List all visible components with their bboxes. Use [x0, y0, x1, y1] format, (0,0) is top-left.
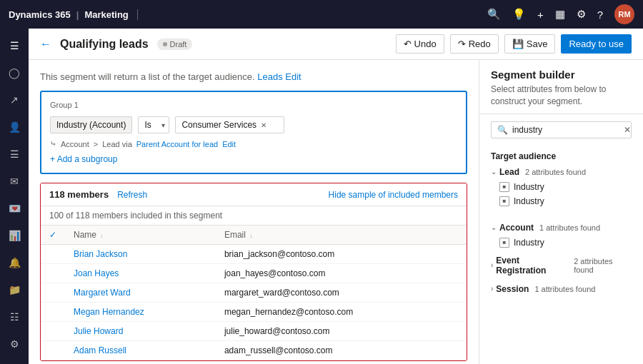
search-clear-icon[interactable]: ✕ [624, 125, 631, 135]
sidebar-contacts-icon[interactable]: 👤 [3, 116, 26, 138]
sidebar-gear-icon[interactable]: ⚙ [3, 333, 26, 355]
sidebar-menu-icon[interactable]: ☰ [3, 34, 26, 57]
settings-icon[interactable]: ⚙ [577, 8, 586, 21]
check-icon: ✓ [49, 230, 56, 240]
session-entity-count: 1 attributes found [534, 285, 595, 293]
back-button[interactable]: ← [40, 38, 51, 51]
lead-industry-attr-1[interactable]: ■ Industry [479, 180, 643, 194]
members-table: ✓ Name ↓ Email ↓ [41, 226, 467, 360]
session-section-header[interactable]: Session 1 attributes found [479, 281, 643, 297]
all-tables-label [479, 211, 643, 220]
row-check [41, 283, 65, 303]
members-header: 118 members Refresh Hide sample of inclu… [41, 183, 467, 206]
account-group: Account 1 attributes found ■ Industry [479, 220, 643, 250]
edit-audience-link[interactable]: Edit [285, 71, 301, 82]
search-box-icon: 🔍 [497, 125, 508, 135]
sidebar-email-icon[interactable]: ✉ [3, 170, 26, 193]
member-email: joan_hayes@contoso.com [216, 264, 467, 283]
sidebar-list-icon[interactable]: ☰ [3, 143, 26, 166]
members-subheader: 100 of 118 members included in this segm… [41, 206, 467, 226]
lead-section-header[interactable]: Lead 2 attributes found [479, 164, 643, 180]
account-entity-count: 1 attributes found [539, 223, 600, 232]
draft-badge: Draft [157, 39, 193, 50]
row-check [41, 341, 65, 360]
member-name[interactable]: Adam Russell [65, 341, 216, 360]
main-area: ← Qualifying leads Draft ↶ Undo ↷ Redo 💾… [29, 29, 643, 364]
sidebar: ☰ ◯ ↗ 👤 ☰ ✉ 💌 📊 🔔 📁 ☷ ⚙ [0, 29, 29, 364]
member-email: adam_russell@contoso.com [216, 341, 467, 360]
event-entity-count: 2 attributes found [574, 257, 632, 274]
session-group: Session 1 attributes found [479, 281, 643, 297]
ready-button[interactable]: Ready to use [561, 34, 632, 54]
name-col-header[interactable]: Name ↓ [65, 226, 216, 245]
member-name[interactable]: Megan Hernandez [65, 303, 216, 322]
email-col-header[interactable]: Email ↓ [216, 226, 467, 245]
attr-icon-1: ■ [499, 182, 509, 192]
right-panel-header: Segment builder Select attributes from b… [479, 60, 643, 114]
refresh-link[interactable]: Refresh [117, 190, 147, 200]
condition-operator-wrap: Is [138, 116, 169, 133]
command-bar: ← Qualifying leads Draft ↶ Undo ↷ Redo 💾… [29, 29, 643, 60]
condition-operator[interactable]: Is [138, 116, 169, 133]
top-nav-icons: 🔍 💡 + ▦ ⚙ ? RM [487, 4, 634, 24]
add-icon[interactable]: + [537, 9, 544, 21]
lead-industry-attr-2[interactable]: ■ Industry [479, 194, 643, 208]
lead-industry-label-2: Industry [514, 196, 544, 206]
account-section-header[interactable]: Account 1 attributes found [479, 220, 643, 236]
event-chevron-icon [491, 261, 493, 269]
cmd-right: ↶ Undo ↷ Redo 💾 Save Ready to use [396, 34, 632, 54]
help-icon[interactable]: ? [597, 9, 603, 21]
group-label: Group 1 [50, 101, 457, 109]
attr-icon-3: ■ [499, 238, 509, 248]
condition-row: Industry (Account) Is Consumer Services … [50, 116, 457, 133]
lead-group: Lead 2 attributes found ■ Industry ■ Ind… [479, 164, 643, 208]
lead-industry-label-1: Industry [514, 182, 544, 192]
save-button[interactable]: 💾 Save [504, 34, 556, 54]
filter-icon[interactable]: ▦ [555, 8, 565, 21]
sidebar-bell-icon[interactable]: 🔔 [3, 251, 26, 274]
sidebar-chart-icon[interactable]: 📊 [3, 224, 26, 247]
lightbulb-icon[interactable]: 💡 [512, 8, 526, 21]
add-subgroup-button[interactable]: + Add a subgroup [50, 154, 457, 164]
sidebar-home-icon[interactable]: ◯ [3, 61, 26, 84]
undo-button[interactable]: ↶ Undo [396, 34, 444, 54]
member-name[interactable]: Julie Howard [65, 322, 216, 341]
account-industry-label: Industry [514, 238, 544, 248]
left-content: This segment will return a list of the t… [29, 60, 479, 364]
account-industry-attr[interactable]: ■ Industry [479, 236, 643, 250]
value-chevron-icon: ✕ [261, 121, 266, 129]
avatar[interactable]: RM [614, 4, 634, 24]
event-section-header[interactable]: Event Registration 2 attributes found [479, 253, 643, 278]
member-name[interactable]: Brian Jackson [65, 245, 216, 264]
table-row: Margaret Ward margaret_ward@contoso.com [41, 283, 467, 303]
brand-name: Dynamics 365 [9, 9, 71, 20]
search-box: 🔍 ✕ [491, 121, 632, 138]
member-name[interactable]: Joan Hayes [65, 264, 216, 283]
table-row: Julie Howard julie_howard@contoso.com [41, 322, 467, 341]
path-edit-link[interactable]: Edit [222, 140, 236, 148]
condition-value[interactable]: Consumer Services ✕ [175, 116, 284, 133]
sidebar-recent-icon[interactable]: ↗ [3, 89, 26, 111]
hide-members-link[interactable]: Hide sample of included members [329, 190, 458, 200]
row-check [41, 303, 65, 322]
search-icon[interactable]: 🔍 [487, 8, 501, 21]
account-entity-name: Account [499, 223, 534, 233]
email-sort-icon: ↓ [249, 232, 253, 239]
row-check [41, 245, 65, 264]
app-layout: ☰ ◯ ↗ 👤 ☰ ✉ 💌 📊 🔔 📁 ☷ ⚙ ← Qualifying lea… [0, 29, 643, 364]
panel-body: Target audience Lead 2 attributes found … [479, 146, 643, 364]
member-name[interactable]: Margaret Ward [65, 283, 216, 303]
redo-button[interactable]: ↷ Redo [450, 34, 499, 54]
name-sort-icon: ↓ [100, 232, 104, 239]
path-parent-link[interactable]: Parent Account for lead [136, 140, 218, 148]
segment-description: This segment will return a list of the t… [40, 71, 467, 82]
table-row: Brian Jackson brian_jackson@contoso.com [41, 245, 467, 264]
sidebar-mail-icon[interactable]: 💌 [3, 197, 26, 220]
audience-link[interactable]: Leads [257, 71, 282, 82]
draft-label: Draft [170, 40, 187, 49]
table-row: Megan Hernandez megan_hernandez@contoso.… [41, 303, 467, 322]
sidebar-segment-icon[interactable]: ☷ [3, 305, 26, 328]
search-input[interactable] [512, 125, 619, 135]
sidebar-folder-icon[interactable]: 📁 [3, 278, 26, 301]
table-row: Adam Russell adam_russell@contoso.com [41, 341, 467, 360]
